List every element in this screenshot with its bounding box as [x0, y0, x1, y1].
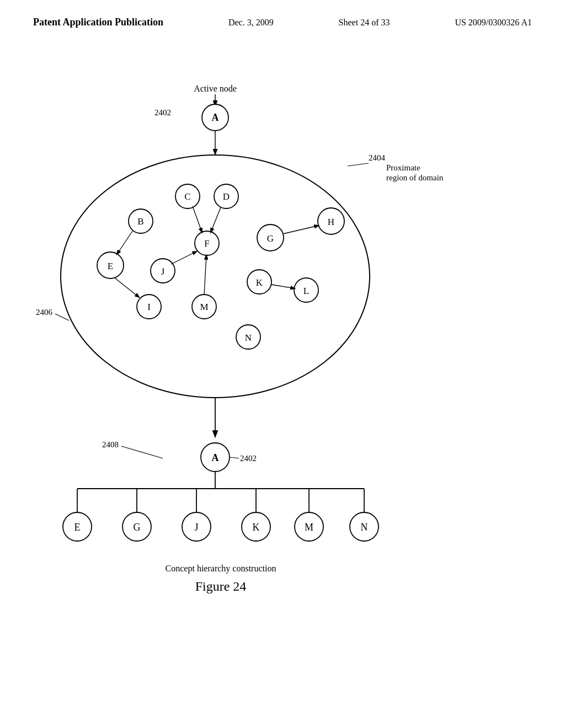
- ref-2402-bottom: 2402: [240, 454, 257, 463]
- proximate-label-1: Proximate: [386, 163, 420, 172]
- page-header: Patent Application Publication Dec. 3, 2…: [0, 0, 565, 34]
- ref-2408: 2408: [102, 440, 119, 449]
- node-j-bottom-label: J: [194, 522, 198, 533]
- patent-number: US 2009/0300326 A1: [455, 18, 532, 28]
- caption-line1: Concept hierarchy construction: [166, 564, 276, 574]
- node-a-top-label: A: [212, 112, 219, 123]
- node-l-label: L: [303, 286, 309, 296]
- node-g-label: G: [267, 233, 274, 244]
- node-a-bottom-label: A: [212, 452, 219, 463]
- node-f-label: F: [204, 238, 209, 249]
- node-c-label: C: [184, 191, 190, 202]
- publication-title: Patent Application Publication: [33, 17, 163, 28]
- ref-2406-line: [55, 314, 69, 320]
- node-m-bottom-label: M: [305, 522, 313, 533]
- caption-line2: Figure 24: [195, 579, 247, 593]
- node-i-label: I: [147, 302, 151, 312]
- node-n-label: N: [245, 333, 252, 343]
- ref-2406: 2406: [36, 308, 53, 317]
- node-k-label: K: [256, 277, 263, 288]
- ref-2402-bottom-line: [230, 457, 239, 458]
- active-node-label: Active node: [194, 84, 237, 93]
- publication-date: Dec. 3, 2009: [228, 18, 274, 28]
- node-k-bottom-label: K: [253, 522, 260, 533]
- node-d-label: D: [223, 191, 230, 202]
- node-h-label: H: [328, 217, 334, 227]
- node-e-label: E: [108, 261, 113, 271]
- ref-2402-top: 2402: [154, 108, 171, 117]
- sheet-info: Sheet 24 of 33: [339, 18, 390, 28]
- ref-2404-line: [348, 163, 369, 166]
- node-e-bottom-label: E: [74, 522, 81, 533]
- node-n-bottom-label: N: [361, 522, 368, 533]
- ref-2408-line: [121, 446, 163, 458]
- node-m-label: M: [200, 302, 208, 312]
- node-b-label: B: [137, 216, 143, 227]
- proximate-label-2: region of domain: [386, 173, 444, 182]
- ref-2404: 2404: [369, 153, 386, 162]
- node-g-bottom-label: G: [134, 522, 141, 533]
- diagram-area: Active node 2402 A 2404 Proximate region…: [0, 34, 565, 695]
- node-j-label: J: [161, 266, 165, 277]
